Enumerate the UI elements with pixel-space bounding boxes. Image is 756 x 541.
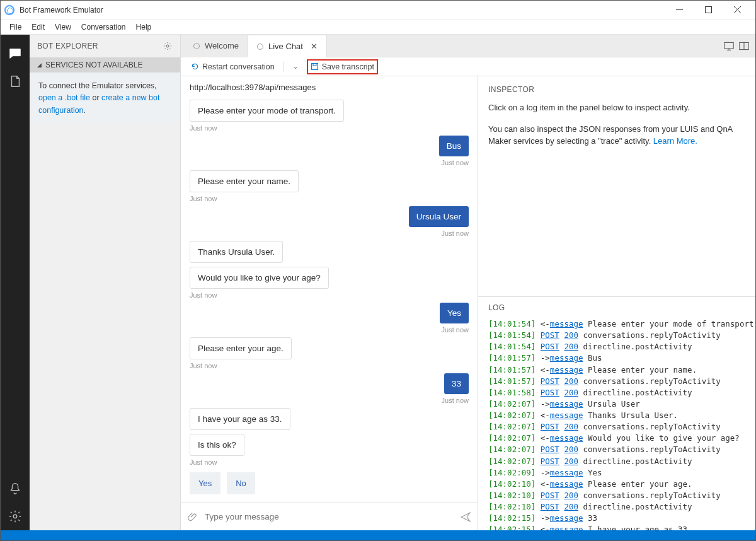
user-message[interactable]: BusJust now [190, 136, 469, 166]
log-entry[interactable]: [14:02:07] POST 200 conversations.replyT… [488, 444, 745, 455]
close-button[interactable] [723, 1, 752, 20]
bot-message[interactable]: Please enter your mode of transport.Just… [190, 100, 469, 132]
log-entry[interactable]: [14:01:57] <-message Please enter your n… [488, 364, 745, 376]
log-entry[interactable]: [14:02:07] ->message Ursula User [488, 398, 745, 410]
activity-document-icon[interactable] [1, 67, 30, 95]
activity-chat-icon[interactable] [1, 40, 30, 67]
log-entry[interactable]: [14:02:07] POST 200 conversations.replyT… [488, 421, 745, 433]
log-status-link[interactable]: 200 [564, 491, 578, 500]
log-status-link[interactable]: 200 [564, 330, 578, 340]
activity-bell-icon[interactable] [1, 475, 30, 503]
maximize-button[interactable] [694, 1, 723, 20]
log-status-link[interactable]: 200 [564, 342, 578, 351]
user-message[interactable]: YesJust now [190, 303, 469, 334]
log-method-link[interactable]: POST [541, 376, 559, 386]
user-message[interactable]: Ursula UserJust now [190, 206, 469, 237]
svg-rect-11 [311, 64, 318, 70]
attachment-icon[interactable] [187, 511, 198, 523]
message-timestamp: Just now [190, 195, 217, 202]
log-status-link[interactable]: 200 [564, 422, 578, 431]
menu-file[interactable]: File [4, 21, 26, 33]
log-entry[interactable]: [14:01:57] POST 200 conversations.replyT… [488, 376, 745, 387]
sidebar-section-header[interactable]: ◢ SERVICES NOT AVAILABLE [30, 57, 180, 73]
tab-live-chat[interactable]: Live Chat ✕ [248, 35, 327, 57]
log-entry[interactable]: [14:01:58] POST 200 directline.postActiv… [488, 387, 745, 398]
suggested-action-button[interactable]: Yes [190, 472, 220, 494]
log-message-link[interactable]: message [550, 410, 583, 420]
log-method-link[interactable]: POST [541, 445, 559, 454]
menu-conversation[interactable]: Conversation [76, 21, 131, 33]
log-status-link[interactable]: 200 [564, 376, 578, 386]
bot-message[interactable]: Please enter your name.Just now [190, 170, 469, 202]
learn-more-link[interactable]: Learn More. [653, 136, 697, 146]
svg-point-5 [166, 45, 169, 47]
log-method-link[interactable]: POST [541, 422, 559, 431]
chevron-down-icon[interactable]: ⌄ [290, 63, 301, 70]
sidebar-info: To connect the Emulator services, open a… [30, 73, 180, 124]
log-status-link[interactable]: 200 [564, 388, 578, 397]
menu-view[interactable]: View [50, 21, 76, 33]
gear-icon[interactable] [163, 41, 173, 51]
bot-message[interactable]: Please enter your age.Just now [190, 337, 469, 369]
log-message-link[interactable]: message [550, 365, 583, 375]
log-status-link[interactable]: 200 [564, 445, 578, 454]
user-message[interactable]: 33Just now [190, 373, 469, 404]
log-entry[interactable]: [14:01:57] ->message Bus [488, 352, 745, 364]
bot-message[interactable]: Is this ok?Just now [190, 434, 469, 466]
menu-help[interactable]: Help [131, 21, 157, 33]
log-entry[interactable]: [14:02:10] POST 200 directline.postActiv… [488, 501, 745, 513]
sidebar: BOT EXPLORER ◢ SERVICES NOT AVAILABLE To… [30, 35, 181, 530]
layout-split-icon[interactable] [739, 42, 749, 50]
log-method-link[interactable]: POST [541, 342, 559, 351]
log-status-link[interactable]: 200 [564, 457, 578, 466]
log-message-link[interactable]: message [550, 353, 583, 363]
suggested-action-button[interactable]: No [227, 472, 255, 494]
log-method-link[interactable]: POST [541, 491, 559, 500]
log-entry[interactable]: [14:02:07] <-message Would you like to g… [488, 433, 745, 444]
tab-welcome[interactable]: Welcome [185, 35, 248, 57]
chat-scroll[interactable]: Please enter your mode of transport.Just… [181, 96, 478, 503]
open-bot-file-link[interactable]: open a .bot file [38, 93, 90, 102]
log-message-link[interactable]: message [550, 399, 583, 409]
log-message-link[interactable]: message [550, 319, 583, 329]
message-input[interactable] [205, 512, 454, 521]
log-method-link[interactable]: POST [541, 330, 559, 340]
log-entry[interactable]: [14:02:15] ->message 33 [488, 513, 745, 524]
layout-presentation-icon[interactable] [724, 42, 734, 50]
restart-conversation-button[interactable]: Restart conversation [188, 61, 277, 73]
message-bubble: Yes [440, 303, 469, 323]
save-transcript-button[interactable]: Save transcript [307, 59, 378, 74]
message-timestamp: Just now [442, 230, 469, 237]
log-entry[interactable]: [14:02:15] <-message I have your age as … [488, 524, 745, 530]
log-entry[interactable]: [14:01:54] <-message Please enter your m… [488, 318, 745, 330]
app-logo-icon [4, 5, 14, 15]
message-bubble: Would you like to give your age? [190, 267, 329, 289]
log-scroll[interactable]: [14:01:54] <-message Please enter your m… [478, 318, 755, 530]
log-method-link[interactable]: POST [541, 502, 559, 511]
activity-settings-icon[interactable] [1, 503, 30, 530]
log-entry[interactable]: [14:02:07] <-message Thanks Ursula User. [488, 410, 745, 421]
log-entry[interactable]: [14:02:07] POST 200 directline.postActiv… [488, 456, 745, 467]
send-icon[interactable] [460, 511, 471, 523]
log-message-link[interactable]: message [550, 479, 583, 489]
bot-message[interactable]: Would you like to give your age?Just now [190, 267, 469, 299]
log-entry[interactable]: [14:02:10] POST 200 conversations.replyT… [488, 490, 745, 501]
log-message-link[interactable]: message [550, 513, 583, 523]
close-icon[interactable]: ✕ [311, 42, 318, 51]
log-entry[interactable]: [14:01:54] POST 200 conversations.replyT… [488, 330, 745, 341]
bot-message[interactable]: I have your age as 33. [190, 408, 469, 430]
log-method-link[interactable]: POST [541, 457, 559, 466]
log-entry[interactable]: [14:02:10] <-message Please enter your a… [488, 479, 745, 490]
bot-message[interactable]: Thanks Ursula User. [190, 241, 469, 263]
log-entry[interactable]: [14:02:09] ->message Yes [488, 467, 745, 479]
log-entry[interactable]: [14:01:54] POST 200 directline.postActiv… [488, 341, 745, 352]
message-timestamp: Just now [190, 124, 217, 132]
menu-edit[interactable]: Edit [26, 21, 50, 33]
log-method-link[interactable]: POST [541, 388, 559, 397]
log-status-link[interactable]: 200 [564, 502, 578, 511]
log-message-link[interactable]: message [550, 525, 583, 530]
log-message-link[interactable]: message [550, 468, 583, 477]
minimize-button[interactable] [665, 1, 694, 20]
message-bubble: Please enter your name. [190, 170, 299, 192]
log-message-link[interactable]: message [550, 433, 583, 443]
